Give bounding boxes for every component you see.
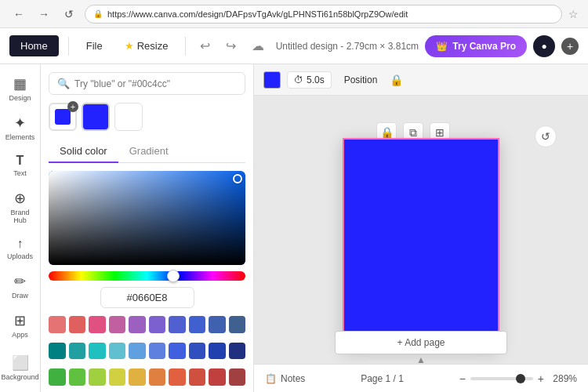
try-canva-pro-button[interactable]: 👑 Try Canva Pro: [425, 35, 527, 57]
color-panel: 🔍 + Solid color Gradient: [41, 64, 254, 392]
canvas-workspace[interactable]: 🔒 ⧉ ⊞ ↺ + Add page: [254, 96, 588, 392]
color-swatch[interactable]: [49, 343, 66, 360]
hue-thumb: [167, 270, 180, 282]
zoom-level: 289%: [549, 373, 577, 384]
color-swatch[interactable]: [49, 316, 66, 333]
color-swatch[interactable]: [229, 343, 246, 360]
bookmark-button[interactable]: ☆: [568, 8, 579, 20]
zoom-in-button[interactable]: +: [538, 372, 544, 385]
color-swatch[interactable]: [189, 316, 206, 333]
add-page-button[interactable]: + Add page: [335, 331, 507, 354]
color-swatch[interactable]: [129, 368, 146, 386]
chevron-up-icon: ▲: [416, 354, 426, 365]
color-swatch[interactable]: [89, 368, 106, 386]
star-icon: ★: [125, 40, 134, 52]
color-swatch[interactable]: [209, 368, 226, 386]
color-search[interactable]: 🔍: [49, 72, 245, 95]
lock-icon-bar[interactable]: 🔒: [390, 74, 403, 86]
sidebar-item-background[interactable]: ⬜ Background: [3, 350, 38, 386]
uploads-icon: ↑: [17, 237, 24, 251]
color-swatch[interactable]: [209, 316, 226, 333]
hex-input-row: [49, 287, 245, 308]
sidebar-item-elements[interactable]: ✦ Elements: [3, 110, 38, 146]
color-swatch[interactable]: [109, 368, 126, 386]
add-color-swatch-button[interactable]: +: [49, 103, 77, 131]
color-swatch[interactable]: [109, 316, 126, 333]
resize-label: Resize: [137, 40, 169, 52]
canvas-card[interactable]: [343, 138, 499, 350]
color-swatch[interactable]: [149, 368, 166, 386]
toolbar-title: Untitled design - 2.79cm × 3.81cm: [275, 41, 419, 52]
color-swatch[interactable]: [89, 316, 106, 333]
color-swatch[interactable]: [69, 343, 86, 360]
refresh-canvas-button[interactable]: ↺: [535, 125, 557, 147]
address-bar[interactable]: 🔒 https://www.canva.com/design/DAFpsvTgA…: [85, 5, 562, 24]
design-title: Untitled design - 2.79cm × 3.81cm: [276, 41, 419, 52]
color-swatch[interactable]: [229, 316, 246, 333]
crown-icon: 👑: [436, 41, 448, 52]
color-swatch-blue[interactable]: [82, 103, 110, 131]
sidebar-item-brand-hub[interactable]: ⊕ Brand Hub: [3, 185, 38, 229]
saved-colors-row: +: [49, 103, 245, 131]
color-swatch[interactable]: [89, 343, 106, 360]
sidebar-item-uploads[interactable]: ↑ Uploads: [3, 232, 38, 265]
color-swatch[interactable]: [169, 343, 186, 360]
time-badge[interactable]: ⏱ 5.0s: [287, 71, 332, 89]
redo-button[interactable]: ↪: [221, 35, 241, 56]
black-overlay: [49, 171, 245, 265]
color-swatch[interactable]: [149, 343, 166, 360]
hex-color-input[interactable]: [100, 287, 194, 308]
color-swatch-white[interactable]: [114, 103, 143, 131]
color-swatch[interactable]: [189, 343, 206, 360]
notes-button[interactable]: 📋 Notes: [265, 373, 305, 384]
background-icon: ⬜: [12, 354, 29, 372]
notes-label: Notes: [281, 373, 305, 384]
zoom-slider[interactable]: [470, 377, 533, 380]
color-search-input[interactable]: [74, 78, 237, 89]
active-color-swatch[interactable]: [263, 71, 281, 89]
tab-gradient[interactable]: Gradient: [118, 140, 180, 163]
sidebar-item-design[interactable]: ▦ Design: [3, 71, 38, 107]
home-button[interactable]: Home: [9, 35, 59, 56]
add-button[interactable]: +: [561, 38, 579, 55]
sidebar-item-brand-label: Brand Hub: [6, 209, 34, 224]
file-button[interactable]: File: [78, 35, 111, 56]
zoom-out-button[interactable]: −: [459, 372, 466, 385]
hue-slider[interactable]: [49, 271, 245, 281]
time-value: 5.0s: [307, 74, 325, 85]
toolbar-divider: [68, 37, 69, 56]
color-swatch[interactable]: [229, 368, 246, 386]
color-swatch[interactable]: [209, 343, 226, 360]
sidebar-item-draw-label: Draw: [12, 292, 28, 299]
cloud-save-button[interactable]: ☁: [247, 35, 269, 56]
color-swatch[interactable]: [49, 368, 66, 386]
nav-back-button[interactable]: ←: [9, 5, 28, 24]
color-swatch[interactable]: [69, 368, 86, 386]
color-swatch[interactable]: [169, 316, 186, 333]
notes-icon: 📋: [265, 373, 277, 384]
position-button[interactable]: Position: [338, 72, 384, 88]
color-swatches-grid-3: [49, 368, 245, 386]
search-icon: 🔍: [57, 78, 70, 89]
color-swatch[interactable]: [129, 343, 146, 360]
nav-forward-button[interactable]: →: [34, 5, 53, 24]
elements-icon: ✦: [14, 114, 26, 132]
canvas-area: ⏱ 5.0s Position 🔒 🔒 ⧉ ⊞ ↺ + Add page: [254, 64, 588, 392]
add-icon: +: [67, 101, 78, 112]
resize-button[interactable]: ★ Resize: [117, 35, 176, 56]
color-swatch[interactable]: [189, 368, 206, 386]
color-swatch[interactable]: [129, 316, 146, 333]
color-swatch[interactable]: [149, 316, 166, 333]
color-picker-gradient[interactable]: [49, 171, 245, 265]
color-swatch[interactable]: [109, 343, 126, 360]
color-swatch[interactable]: [169, 368, 186, 386]
sidebar-item-draw[interactable]: ✏ Draw: [3, 268, 38, 304]
sidebar-item-text[interactable]: T Text: [3, 149, 38, 182]
color-swatch[interactable]: [69, 316, 86, 333]
tab-solid-color[interactable]: Solid color: [49, 140, 118, 163]
nav-refresh-button[interactable]: ↺: [60, 5, 78, 24]
sidebar-item-apps[interactable]: ⊞ Apps: [3, 307, 38, 343]
try-canva-label: Try Canva Pro: [452, 41, 516, 52]
user-avatar[interactable]: ●: [533, 35, 555, 57]
undo-button[interactable]: ↩: [195, 35, 215, 56]
